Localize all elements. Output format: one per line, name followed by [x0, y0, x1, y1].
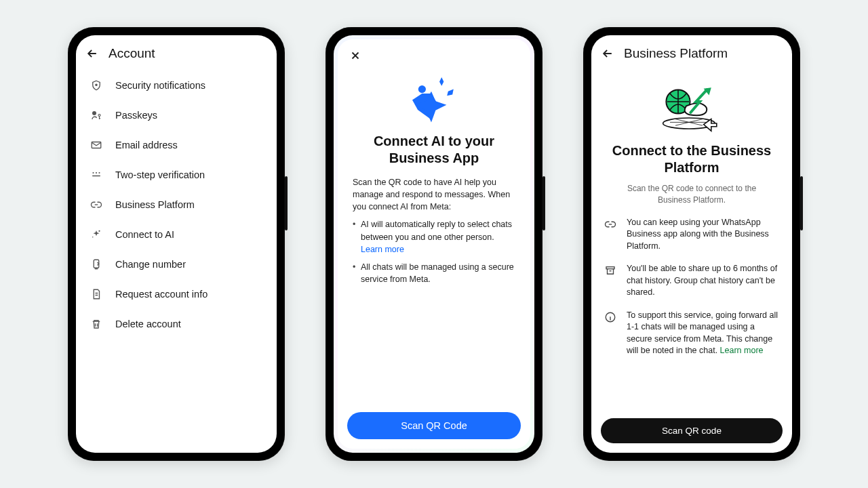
svg-point-8	[98, 230, 100, 232]
header: Account	[76, 35, 277, 68]
label: Two-step verification	[115, 169, 205, 180]
row-connect-ai[interactable]: Connect to AI	[76, 220, 277, 249]
row-change-number[interactable]: Change number	[76, 249, 277, 279]
settings-list: Security notifications Passkeys Email ad…	[76, 68, 277, 342]
link-icon	[90, 199, 103, 211]
label: Delete account	[115, 319, 181, 329]
row-delete-account[interactable]: Delete account	[76, 309, 277, 339]
subheading: Scan the QR code to connect to the Busin…	[591, 182, 792, 211]
svg-rect-14	[606, 267, 614, 269]
svg-point-2	[98, 115, 100, 117]
info-text: You can keep using your WhatsApp Busines…	[627, 217, 780, 253]
bullet-list: AI will automatically reply to select ch…	[338, 216, 530, 288]
modal-sheet: Connect AI to your Business App Scan the…	[338, 39, 530, 449]
svg-point-4	[92, 172, 94, 174]
screen-account: Account Security notifications Passkeys …	[76, 35, 277, 453]
label: Change number	[115, 259, 186, 270]
bullet-2: All chats will be managed using a secure…	[353, 258, 515, 288]
pin-dots-icon	[90, 169, 103, 181]
info-icon	[604, 310, 617, 357]
archive-icon	[604, 263, 617, 299]
label: Security notifications	[115, 80, 205, 91]
row-passkeys[interactable]: Passkeys	[76, 100, 277, 130]
label: Request account info	[115, 289, 208, 300]
svg-rect-7	[92, 176, 100, 177]
info-text: To support this service, going forward a…	[627, 310, 780, 357]
back-arrow-icon[interactable]	[85, 47, 99, 60]
screen-connect-ai: Connect AI to your Business App Scan the…	[334, 35, 534, 453]
phone-mockup-business-platform: Business Platform Connect to the Busines…	[583, 27, 800, 461]
svg-point-9	[92, 237, 94, 238]
svg-point-11	[418, 85, 426, 93]
mail-icon	[90, 139, 103, 151]
label: Email address	[115, 140, 178, 150]
info-row-2: You'll be able to share up to 6 months o…	[591, 258, 792, 304]
link-icon	[604, 217, 617, 253]
header: Business Platform	[591, 35, 792, 68]
modal-lead: Scan the QR code to have AI help you man…	[338, 172, 530, 216]
label: Passkeys	[115, 110, 157, 121]
ai-sparkle-icon	[400, 72, 468, 129]
phone-mockup-connect-ai: Connect AI to your Business App Scan the…	[326, 27, 542, 461]
learn-more-link[interactable]: Learn more	[361, 245, 404, 254]
modal-title: Connect AI to your Business App	[338, 129, 530, 172]
heading: Connect to the Business Platform	[591, 138, 792, 182]
svg-point-6	[98, 172, 100, 174]
svg-point-0	[96, 84, 97, 85]
svg-rect-10	[94, 260, 99, 268]
label: Business Platform	[115, 199, 195, 210]
learn-more-link[interactable]: Learn more	[720, 346, 764, 355]
page-title: Business Platform	[624, 46, 728, 61]
screen-business-platform: Business Platform Connect to the Busines…	[591, 35, 792, 453]
sparkle-icon	[90, 228, 103, 241]
shield-icon	[90, 79, 103, 92]
svg-point-5	[96, 172, 97, 174]
label: Connect to AI	[115, 229, 174, 240]
info-text: You'll be able to share up to 6 months o…	[627, 263, 780, 299]
bullet-1-text: AI will automatically reply to select ch…	[361, 220, 512, 241]
page-title: Account	[108, 46, 155, 61]
document-icon	[90, 288, 103, 300]
row-security-notifications[interactable]: Security notifications	[76, 70, 277, 100]
row-request-info[interactable]: Request account info	[76, 279, 277, 309]
phone-mockup-account: Account Security notifications Passkeys …	[68, 27, 285, 461]
row-business-platform[interactable]: Business Platform	[76, 190, 277, 220]
row-email[interactable]: Email address	[76, 130, 277, 160]
scan-qr-button[interactable]: Scan QR Code	[347, 412, 521, 439]
bullet-1: AI will automatically reply to select ch…	[353, 216, 515, 258]
info-row-1: You can keep using your WhatsApp Busines…	[591, 211, 792, 258]
passkey-icon	[90, 109, 103, 121]
close-icon[interactable]	[347, 47, 363, 64]
row-two-step[interactable]: Two-step verification	[76, 160, 277, 190]
hero-illustration	[338, 39, 530, 129]
scan-qr-button[interactable]: Scan QR code	[601, 418, 783, 443]
back-arrow-icon[interactable]	[601, 47, 614, 60]
hero-illustration	[591, 68, 792, 138]
trash-icon	[90, 318, 103, 330]
globe-growth-icon	[648, 80, 736, 134]
svg-point-1	[92, 111, 96, 115]
info-row-3: To support this service, going forward a…	[591, 304, 792, 363]
sim-swap-icon	[90, 258, 103, 270]
